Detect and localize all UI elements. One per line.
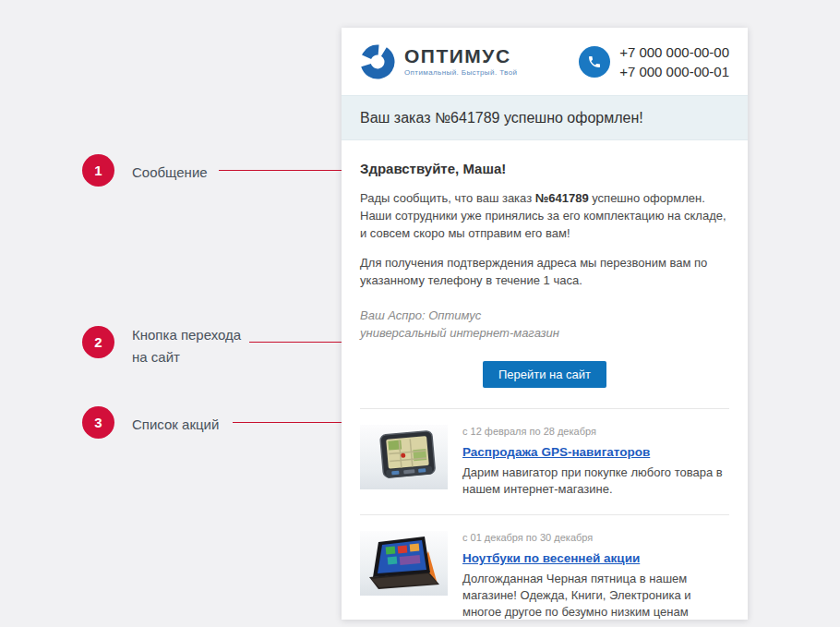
- email-signature: Ваш Аспро: Оптимус универсальный интерне…: [360, 307, 729, 342]
- promo-title-link-gps[interactable]: Распродажа GPS-навигаторов: [462, 445, 650, 459]
- promo-content: с 12 февраля по 28 декабря Распродажа GP…: [462, 425, 729, 498]
- optimus-logo-icon: [360, 44, 395, 79]
- promo-content: с 01 декабря по 30 декабря Ноутбуки по в…: [462, 531, 729, 620]
- go-to-site-button[interactable]: Перейти на сайт: [483, 361, 606, 388]
- signature-line-2: универсальный интернет-магазин: [360, 324, 729, 342]
- annotation-label-message: Сообщение: [132, 162, 208, 184]
- email-subject-banner: Ваш заказ №641789 успешно оформлен!: [342, 95, 748, 140]
- phone-block: +7 000 000-00-00 +7 000 000-00-01: [579, 42, 729, 81]
- signature-line-1: Ваш Аспро: Оптимус: [360, 307, 729, 324]
- promo-title-link-laptops[interactable]: Ноутбуки по весенней акции: [462, 551, 640, 565]
- phone-icon: [579, 46, 610, 78]
- annotation-badge-1: 1: [82, 154, 114, 187]
- gps-navigator-photo[interactable]: [360, 425, 448, 489]
- promo-description: Долгожданная Черная пятница в нашем мага…: [462, 571, 729, 620]
- brand-tagline: Оптимальный. Быстрый. Твой: [404, 68, 517, 77]
- annotation-label-cta-button: Кнопка перехода на сайт: [132, 324, 254, 368]
- body-paragraph-2: Для получения подтверждения адреса мы пе…: [360, 254, 729, 289]
- email-template-card: ОПТИМУС Оптимальный. Быстрый. Твой +7 00…: [342, 28, 748, 620]
- email-body: Здравствуйте, Маша! Рады сообщить, что в…: [342, 140, 748, 620]
- laptop-photo[interactable]: [360, 531, 448, 596]
- greeting-text: Здравствуйте, Маша!: [360, 161, 729, 176]
- paragraph-text: Рады сообщить, что ваш заказ: [360, 191, 535, 205]
- promo-item-gps: с 12 февраля по 28 декабря Распродажа GP…: [360, 409, 729, 514]
- annotation-line-1: [219, 170, 344, 171]
- phone-number-1: +7 000 000-00-00: [619, 42, 729, 62]
- cta-wrapper: Перейти на сайт: [360, 361, 729, 388]
- phone-numbers: +7 000 000-00-00 +7 000 000-00-01: [619, 42, 729, 81]
- brand-text: ОПТИМУС Оптимальный. Быстрый. Твой: [404, 46, 517, 77]
- body-paragraph-1: Рады сообщить, что ваш заказ №641789 усп…: [360, 189, 729, 242]
- annotation-badge-3: 3: [82, 406, 114, 439]
- annotation-line-3: [233, 422, 346, 423]
- promo-description: Дарим навигатор при покупке любого товар…: [462, 464, 729, 498]
- promo-item-laptops: с 01 декабря по 30 декабря Ноутбуки по в…: [360, 515, 729, 620]
- brand-name: ОПТИМУС: [404, 46, 517, 66]
- email-header: ОПТИМУС Оптимальный. Быстрый. Твой +7 00…: [342, 28, 748, 95]
- promo-dates: с 01 декабря по 30 декабря: [462, 532, 729, 543]
- order-number: №641789: [535, 191, 589, 205]
- annotation-badge-2: 2: [82, 326, 114, 358]
- promo-dates: с 12 февраля по 28 декабря: [462, 426, 729, 437]
- brand-logo: ОПТИМУС Оптимальный. Быстрый. Твой: [360, 44, 517, 79]
- page: 1 Сообщение 2 Кнопка перехода на сайт 3 …: [0, 0, 840, 627]
- annotation-label-promo-list: Список акций: [132, 414, 219, 436]
- phone-number-2: +7 000 000-00-01: [619, 62, 729, 81]
